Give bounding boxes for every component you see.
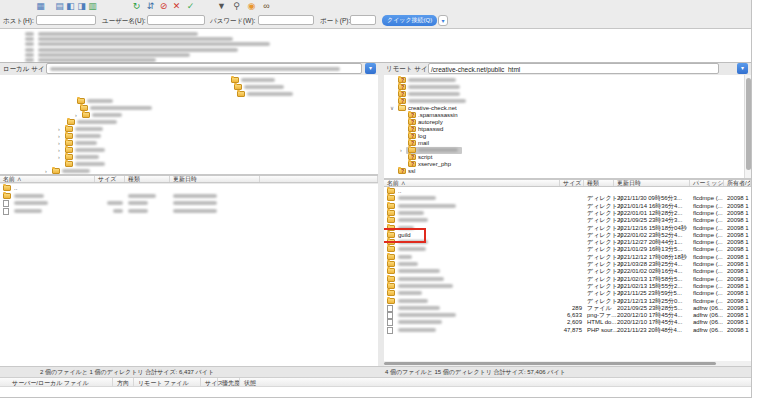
- refresh-icon[interactable]: ↻: [131, 1, 142, 12]
- tree-item[interactable]: log: [384, 133, 739, 140]
- tree-item[interactable]: mail: [384, 140, 739, 147]
- tree-item[interactable]: [384, 84, 739, 91]
- file-row[interactable]: ディレクトリ2021/03/28 23時25分4...flcdmpe (...2…: [384, 261, 751, 268]
- expander-icon[interactable]: ›: [58, 140, 60, 147]
- expander-icon[interactable]: ›: [58, 133, 60, 140]
- tree-item[interactable]: script: [384, 154, 739, 161]
- file-row[interactable]: guildディレクトリ2022/01/02 23時52分4...flcdmpe …: [384, 232, 751, 239]
- local-list-header: 名前 ∧サイズ種類更新日時: [0, 175, 378, 183]
- filter-icon[interactable]: ▼: [216, 1, 227, 12]
- column-header[interactable]: 所有者/グ: [724, 180, 751, 186]
- redacted-folder-name: [90, 106, 152, 110]
- file-row[interactable]: 289ファイル2021/09/25 23時28分5...adfrw (06...…: [384, 305, 751, 312]
- site-manager-icon[interactable]: ▦: [35, 1, 46, 12]
- column-header[interactable]: 名前 ∧: [0, 176, 95, 182]
- tree-item[interactable]: htpasswd: [384, 126, 739, 133]
- local-path-input[interactable]: [46, 63, 362, 74]
- tree-item[interactable]: autoreply: [384, 119, 739, 126]
- file-row[interactable]: ディレクトリ2021/09/25 23時34分3...flcdmpe (...2…: [384, 217, 751, 224]
- port-input[interactable]: [350, 15, 376, 25]
- size-cell: 6,633: [560, 312, 584, 319]
- tree-item[interactable]: .spamassassin: [384, 112, 739, 119]
- queue-body[interactable]: [0, 387, 751, 397]
- disconnect-icon[interactable]: ✕: [171, 1, 182, 12]
- name-cell: [384, 319, 560, 326]
- queue-column-header[interactable]: 方向: [117, 379, 129, 387]
- column-header[interactable]: パーミッション: [690, 180, 724, 186]
- transfer-queue-icon[interactable]: ▥: [87, 1, 98, 12]
- expander-icon[interactable]: ∨: [390, 105, 394, 112]
- queue-column-header[interactable]: 状態: [244, 379, 256, 387]
- column-header[interactable]: 種類: [125, 176, 170, 182]
- tree-item-label: ssl: [408, 168, 415, 175]
- local-path-dropdown[interactable]: ▾: [365, 63, 376, 74]
- column-header[interactable]: 名前 ∧: [384, 180, 560, 186]
- remote-path-dropdown[interactable]: ▾: [737, 63, 748, 74]
- file-row[interactable]: ディレクトリ2022/01/01 12時28分2...flcdmpe (...2…: [384, 210, 751, 217]
- local-tree-icon[interactable]: ◧: [65, 1, 76, 12]
- quickconnect-dropdown[interactable]: ▾: [438, 15, 448, 26]
- process-queue-icon[interactable]: ⇵: [145, 1, 156, 12]
- file-row[interactable]: ディレクトリ2021/11/30 09時56分3...flcdmpe (...2…: [384, 195, 751, 202]
- file-row[interactable]: ディレクトリ2021/01/14 16時36分4...flcdmpe (...2…: [384, 203, 751, 210]
- redacted-file-name: [398, 262, 418, 266]
- queue-column-header[interactable]: 優先度: [222, 379, 240, 387]
- size-cell: 47,875: [560, 327, 584, 334]
- redacted-folder-name: [408, 85, 460, 89]
- file-row[interactable]: ディレクトリ2021/12/27 20時44分1...flcdmpe (...2…: [384, 239, 751, 246]
- quickconnect-button[interactable]: クイック接続(Q): [382, 15, 437, 26]
- password-input[interactable]: [258, 15, 314, 25]
- queue-column-header[interactable]: サーバー/ローカル ファイル: [12, 379, 89, 387]
- tree-item[interactable]: ssl: [384, 168, 739, 175]
- expander-icon[interactable]: ›: [400, 147, 402, 154]
- file-row[interactable]: ディレクトリ2022/01/02 02時16分4...flcdmpe (...2…: [384, 268, 751, 275]
- cancel-icon[interactable]: ⊘: [158, 1, 169, 12]
- remote-tree-icon[interactable]: ◨: [76, 1, 87, 12]
- expander-icon[interactable]: ›: [58, 154, 60, 161]
- file-row[interactable]: ディレクトリ2021/02/13 15時55分2...flcdmpe (...2…: [384, 283, 751, 290]
- file-row[interactable]: ディレクトリ2021/12/13 12時25分0...flcdmpe (...2…: [384, 298, 751, 305]
- tree-item[interactable]: ›: [384, 147, 739, 154]
- file-row[interactable]: ディレクトリ2021/02/13 17時58分5...flcdmpe (...2…: [384, 276, 751, 283]
- search-icon[interactable]: ⚲: [231, 1, 242, 12]
- file-row[interactable]: ディレクトリ2021/12/12 17時08分18秒flcdmpe (...20…: [384, 254, 751, 261]
- tree-item[interactable]: [384, 91, 739, 98]
- expander-icon[interactable]: ›: [58, 126, 60, 133]
- file-row[interactable]: ディレクトリ2021/12/16 15時18分04秒flcdmpe (...20…: [384, 225, 751, 232]
- message-log-icon[interactable]: ▤: [54, 1, 65, 12]
- column-header[interactable]: 種類: [584, 180, 614, 186]
- expander-icon[interactable]: ›: [45, 168, 47, 175]
- tree-item[interactable]: [384, 77, 739, 84]
- file-row[interactable]: ディレクトリ2021/01/29 16時13分5...flcdmpe (...2…: [384, 246, 751, 253]
- column-header[interactable]: 更新日時: [614, 180, 690, 186]
- permissions-cell: adfrw (06...: [690, 312, 724, 319]
- column-header[interactable]: サイズ: [95, 176, 125, 182]
- queue-column-header[interactable]: サイズ: [205, 379, 223, 387]
- queue-column-header[interactable]: リモート ファイル: [138, 379, 189, 387]
- sync-browsing-icon[interactable]: ∞: [261, 1, 272, 12]
- column-header[interactable]: サイズ: [560, 180, 584, 186]
- tree-item-label: autoreply: [418, 119, 443, 126]
- tree-item[interactable]: [384, 98, 739, 105]
- compare-icon[interactable]: ◉: [246, 1, 257, 12]
- file-row[interactable]: 2,609HTML do...2020/12/10 17時45分4...adfr…: [384, 319, 751, 326]
- file-row[interactable]: 47,875PHP sour...2021/11/23 20時48分4...ad…: [384, 327, 751, 334]
- user-input[interactable]: [147, 15, 205, 25]
- permissions-cell: flcdmpe (...: [690, 217, 724, 224]
- tree-item[interactable]: xserver_php: [384, 161, 739, 168]
- remote-tree-scrollbar[interactable]: [744, 75, 751, 179]
- tree-item[interactable]: ∨creative-check.net: [384, 105, 739, 112]
- host-input[interactable]: [36, 15, 96, 25]
- reconnect-icon[interactable]: ✓: [185, 1, 196, 12]
- date-cell: 2022/01/02 02時16分4...: [614, 268, 690, 275]
- name-cell: [384, 254, 560, 261]
- file-row[interactable]: ディレクトリ2021/11/25 23時59分5...flcdmpe (...2…: [384, 290, 751, 297]
- file-row[interactable]: 6,633png-ファ...2020/12/10 17時45分4...adfrw…: [384, 312, 751, 319]
- column-header[interactable]: 更新日時: [170, 176, 260, 182]
- column-header[interactable]: [260, 176, 378, 182]
- expander-icon[interactable]: ›: [75, 112, 77, 119]
- remote-path-input[interactable]: /creative-check.net/public_html: [428, 63, 719, 74]
- expander-icon[interactable]: ›: [58, 147, 60, 154]
- name-cell: [384, 327, 560, 334]
- folder-icon: [387, 246, 395, 252]
